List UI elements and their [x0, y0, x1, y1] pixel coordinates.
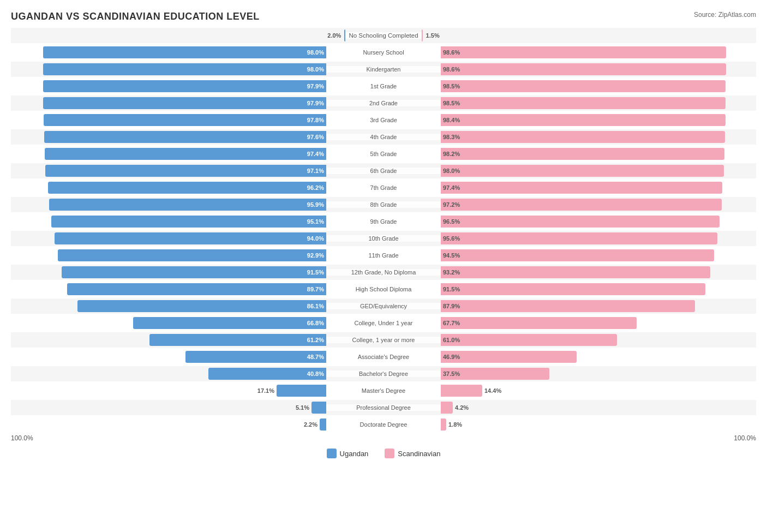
legend-scandinavian: Scandinavian: [385, 449, 440, 458]
bar-label: 11th Grade: [326, 252, 441, 259]
bar-row: 48.7%Associate's Degree46.9%: [11, 349, 756, 364]
bar-row: 98.0%Kindergarten98.6%: [11, 62, 756, 77]
bar-row: 40.8%Bachelor's Degree37.5%: [11, 366, 756, 381]
right-bar: 67.7%: [441, 317, 637, 329]
bottom-right-label: 100.0%: [734, 434, 756, 442]
left-bar-value: 92.9%: [307, 252, 324, 259]
bar-row: 97.9%2nd Grade98.5%: [11, 95, 756, 111]
bar-label: Nursery School: [326, 49, 441, 56]
right-bar-value: 98.6%: [443, 66, 460, 73]
right-bar: 98.2%: [441, 148, 724, 160]
chart-title: UGANDAN VS SCANDINAVIAN EDUCATION LEVEL: [11, 11, 756, 22]
left-bar: 91.5%: [62, 266, 326, 278]
bar-row: 94.0%10th Grade95.6%: [11, 231, 756, 246]
right-bar: 98.6%: [441, 46, 726, 58]
left-bar-value: 97.8%: [307, 117, 324, 123]
right-bar-value: 98.6%: [443, 49, 460, 56]
left-bar: 96.2%: [48, 182, 326, 194]
bar-row: 5.1%Professional Degree4.2%: [11, 400, 756, 415]
right-bar-value: 46.9%: [443, 354, 460, 360]
bar-label: Bachelor's Degree: [326, 370, 441, 377]
left-bar-value-outside: 17.1%: [257, 387, 274, 394]
left-bar-value: 89.7%: [307, 286, 324, 292]
bar-label: 4th Grade: [326, 134, 441, 140]
left-bar: 61.2%: [149, 334, 326, 346]
bar-label: 1st Grade: [326, 83, 441, 89]
left-bar-value: 40.8%: [307, 370, 324, 377]
right-bar: 95.6%: [441, 232, 717, 244]
bar-row: 97.9%1st Grade98.5%: [11, 79, 756, 94]
bar-label: 8th Grade: [326, 201, 441, 208]
left-bar: 97.6%: [44, 131, 326, 143]
left-bar: [320, 419, 326, 431]
no-school-label: No Schooling Completed: [345, 32, 421, 39]
bar-row: 97.8%3rd Grade98.4%: [11, 112, 756, 128]
bar-label: 7th Grade: [326, 184, 441, 191]
no-school-left-val: 2.0%: [327, 32, 341, 39]
bar-label: 10th Grade: [326, 235, 441, 242]
bar-label: Doctorate Degree: [326, 421, 441, 428]
right-bar: 97.2%: [441, 199, 722, 211]
legend: Ugandan Scandinavian: [11, 449, 756, 458]
left-bar-value: 98.0%: [307, 49, 324, 56]
bar-label: Kindergarten: [326, 66, 441, 73]
bar-label: 5th Grade: [326, 151, 441, 157]
right-bar-value: 97.4%: [443, 184, 460, 191]
left-bar-value-outside: 5.1%: [296, 404, 309, 411]
right-bar: 87.9%: [441, 300, 695, 312]
bar-label: College, Under 1 year: [326, 320, 441, 326]
left-bar-value: 91.5%: [307, 269, 324, 276]
left-bar: 97.9%: [43, 80, 326, 92]
ugandan-label: Ugandan: [340, 450, 369, 458]
left-bar-value: 95.9%: [307, 201, 324, 208]
bar-row: 96.2%7th Grade97.4%: [11, 180, 756, 195]
bar-row: 95.1%9th Grade96.5%: [11, 214, 756, 229]
chart-area: 2.0%No Schooling Completed1.5%98.0%Nurse…: [11, 28, 756, 432]
bar-row: 17.1%Master's Degree14.4%: [11, 383, 756, 398]
right-bar-value: 67.7%: [443, 320, 460, 326]
chart-container: UGANDAN VS SCANDINAVIAN EDUCATION LEVEL …: [11, 11, 756, 458]
right-bar: 91.5%: [441, 283, 705, 295]
bar-label: Associate's Degree: [326, 354, 441, 360]
bar-label: Professional Degree: [326, 404, 441, 411]
right-bar: 98.6%: [441, 63, 726, 75]
bar-label: High School Diploma: [326, 286, 441, 292]
bar-label: 3rd Grade: [326, 117, 441, 123]
left-bar: 89.7%: [67, 283, 326, 295]
right-bar: 98.0%: [441, 165, 724, 177]
right-bar-value: 98.5%: [443, 100, 460, 106]
bottom-labels: 100.0% 100.0%: [11, 434, 756, 442]
bar-row: 2.2%Doctorate Degree1.8%: [11, 417, 756, 432]
left-bar-value-outside: 2.2%: [304, 421, 317, 428]
left-bar: [311, 402, 326, 414]
bar-row: 2.0%No Schooling Completed1.5%: [11, 28, 756, 43]
left-bar: 94.0%: [55, 232, 326, 244]
bar-row: 95.9%8th Grade97.2%: [11, 197, 756, 212]
left-bar-value: 61.2%: [307, 337, 324, 343]
bar-label: 9th Grade: [326, 218, 441, 225]
left-bar: 97.4%: [45, 148, 326, 160]
right-bar-value-outside: 1.8%: [448, 421, 462, 428]
bar-label: College, 1 year or more: [326, 337, 441, 343]
bar-label: 12th Grade, No Diploma: [326, 269, 441, 276]
right-bar-value-outside: 14.4%: [484, 387, 501, 394]
left-bar: 97.9%: [43, 97, 326, 109]
right-bar-value: 91.5%: [443, 286, 460, 292]
no-school-right-bar: [422, 29, 423, 41]
bar-label: 6th Grade: [326, 168, 441, 174]
bar-row: 97.4%5th Grade98.2%: [11, 146, 756, 162]
right-bar: 98.4%: [441, 114, 726, 126]
left-bar-value: 95.1%: [307, 218, 324, 225]
right-bar: 96.5%: [441, 216, 720, 228]
left-bar: 48.7%: [185, 351, 326, 363]
bar-row: 98.0%Nursery School98.6%: [11, 45, 756, 60]
scandinavian-label: Scandinavian: [398, 450, 440, 458]
right-bar-value: 98.5%: [443, 83, 460, 89]
left-bar: 95.1%: [51, 216, 326, 228]
right-bar: 61.0%: [441, 334, 617, 346]
left-bar: 86.1%: [77, 300, 326, 312]
right-bar-value: 95.6%: [443, 235, 460, 242]
bottom-left-label: 100.0%: [11, 434, 33, 442]
bar-row: 89.7%High School Diploma91.5%: [11, 282, 756, 297]
right-bar-value: 97.2%: [443, 201, 460, 208]
